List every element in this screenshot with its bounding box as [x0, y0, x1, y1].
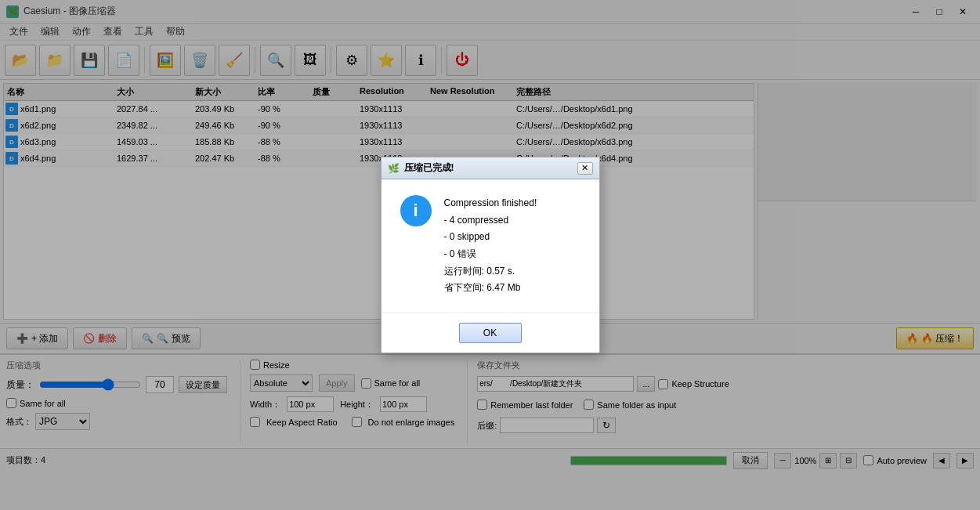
modal-line3: - 0 skipped [444, 229, 537, 246]
modal-line6: 省下空间: 6.47 Mb [444, 280, 537, 297]
modal-title-bar: 🌿 压缩已完成! ✕ [382, 157, 599, 179]
modal-line1: Compression finished! [444, 195, 537, 212]
modal-overlay: 🌿 压缩已完成! ✕ i Compression finished! - 4 c… [0, 0, 980, 510]
modal-footer: OK [382, 313, 599, 353]
modal-title: 压缩已完成! [404, 161, 454, 175]
modal-body: i Compression finished! - 4 compressed -… [382, 179, 599, 313]
modal-info-icon: i [400, 195, 432, 226]
modal-line5: 运行时间: 0.57 s. [444, 263, 537, 280]
modal-text: Compression finished! - 4 compressed - 0… [444, 195, 537, 297]
modal-title-icon: 🌿 [388, 163, 400, 174]
ok-button[interactable]: OK [459, 323, 522, 343]
modal-line2: - 4 compressed [444, 212, 537, 230]
modal-title-left: 🌿 压缩已完成! [388, 161, 454, 175]
modal-close-button[interactable]: ✕ [577, 162, 593, 175]
modal-dialog: 🌿 压缩已完成! ✕ i Compression finished! - 4 c… [381, 157, 600, 353]
modal-line4: - 0 错误 [444, 246, 537, 263]
